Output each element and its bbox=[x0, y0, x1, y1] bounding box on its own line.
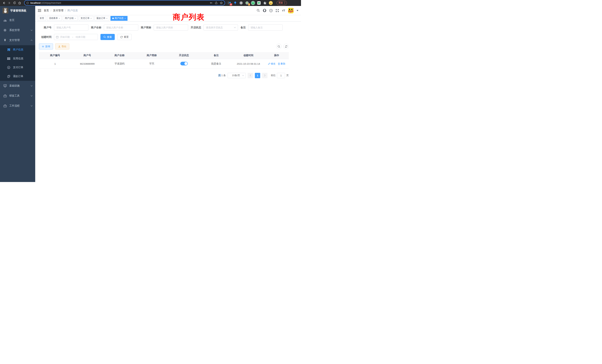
goto-page-input[interactable] bbox=[277, 73, 285, 78]
merchant-no-label: 商户号 bbox=[39, 26, 52, 29]
export-button[interactable]: 导出 bbox=[55, 43, 69, 50]
extension-recorder-icon[interactable]: 1 bbox=[245, 1, 249, 5]
profile-emoji-avatar[interactable] bbox=[269, 1, 273, 5]
merchant-no-input[interactable] bbox=[54, 24, 88, 31]
create-time-label: 创建时间 bbox=[39, 35, 52, 39]
extensions-puzzle-icon[interactable] bbox=[263, 1, 267, 5]
extension-command-icon[interactable]: ⌘ bbox=[239, 1, 243, 5]
breadcrumb-current: 商户信息 bbox=[67, 9, 78, 12]
sidebar-item-payment[interactable]: ¥ 支付管理 bbox=[0, 35, 35, 45]
browser-forward-button[interactable] bbox=[7, 0, 12, 6]
add-button-label: 新增 bbox=[45, 45, 50, 48]
col-full-name: 商户全称 bbox=[103, 52, 136, 59]
app-logo-row[interactable]: 芋道管理系统 bbox=[0, 6, 35, 15]
help-icon[interactable]: ? bbox=[269, 9, 273, 12]
home-icon bbox=[18, 1, 21, 4]
top-navbar: 首页 / 支付管理 / 商户信息 ? ᴛT bbox=[35, 6, 301, 15]
tab-label: 退款订单 bbox=[96, 17, 105, 20]
sidebar-item-label: 支付管理 bbox=[9, 39, 20, 42]
svg-text:?: ? bbox=[270, 10, 271, 12]
status-select[interactable]: 请选择开启状态 bbox=[204, 24, 238, 31]
tab-user-group[interactable]: 用户分组× bbox=[63, 16, 77, 21]
tab-refund-order[interactable]: 退款订单× bbox=[95, 16, 109, 21]
sidebar-item-app-info[interactable]: 应用信息 bbox=[0, 54, 35, 63]
sidebar-item-home[interactable]: 首页 bbox=[0, 15, 35, 25]
sidebar-item-merchant-info[interactable]: 商户信息 bbox=[0, 45, 35, 54]
refresh-table-button[interactable] bbox=[283, 44, 289, 49]
page-number-button[interactable]: 1 bbox=[255, 73, 260, 78]
next-page-button[interactable] bbox=[262, 73, 268, 78]
forward-arrow-icon bbox=[8, 1, 11, 4]
user-caret-down-icon[interactable] bbox=[297, 10, 298, 11]
search-button[interactable]: 搜索 bbox=[100, 34, 115, 40]
extension-kite-icon[interactable] bbox=[233, 1, 237, 5]
extension-badge: 10 bbox=[230, 3, 232, 5]
browser-update-button[interactable]: 更新 bbox=[277, 1, 287, 5]
tab-process-form[interactable]: 流程表单× bbox=[47, 16, 62, 21]
breadcrumb-section[interactable]: 支付管理 bbox=[53, 9, 63, 12]
sidebar-item-workflow[interactable]: 工作流程 bbox=[0, 101, 35, 111]
close-icon[interactable]: × bbox=[90, 17, 92, 20]
refresh-icon bbox=[285, 45, 288, 48]
sidebar-item-label: 研发工具 bbox=[9, 94, 20, 97]
edit-link[interactable]: 修改 bbox=[268, 62, 276, 65]
cell-remark: 我是备注 bbox=[200, 59, 232, 69]
tab-home[interactable]: 首页 bbox=[38, 16, 46, 21]
page-content: 商户号 商户全称 商户简称 开启状态 请选择开启状态 bbox=[35, 21, 301, 82]
sidebar-item-system[interactable]: 系统管理 bbox=[0, 25, 35, 35]
delete-link[interactable]: 删除 bbox=[278, 62, 285, 65]
font-size-icon[interactable]: ᴛT bbox=[282, 9, 285, 12]
address-bar[interactable]: localhost:1024/pay/merchant bbox=[24, 0, 225, 5]
browser-menu-icon[interactable] bbox=[284, 2, 285, 4]
sidebar-item-pay-order[interactable]: ¥ 支付订单 bbox=[0, 63, 35, 72]
close-icon[interactable]: × bbox=[125, 17, 126, 20]
full-name-input[interactable] bbox=[104, 24, 138, 31]
status-toggle[interactable] bbox=[180, 62, 188, 65]
close-icon[interactable]: × bbox=[59, 17, 60, 20]
close-icon[interactable]: × bbox=[106, 17, 107, 20]
breadcrumb-home[interactable]: 首页 bbox=[44, 9, 49, 12]
remark-input[interactable] bbox=[248, 24, 283, 31]
page-size-select[interactable]: 10条/页 bbox=[228, 73, 246, 78]
browser-back-button[interactable] bbox=[1, 0, 7, 6]
fullscreen-icon[interactable] bbox=[276, 9, 279, 12]
user-avatar[interactable] bbox=[288, 8, 294, 13]
toggle-search-button[interactable] bbox=[276, 44, 281, 49]
tab-merchant-info[interactable]: 商户信息× bbox=[110, 16, 128, 21]
sidebar-item-refund-order[interactable]: 退款订单 bbox=[0, 72, 35, 81]
rabbit-logo-icon bbox=[3, 8, 8, 13]
refresh-icon bbox=[120, 36, 123, 38]
bookmark-star-icon[interactable] bbox=[220, 1, 223, 4]
extension-chat-icon[interactable] bbox=[257, 1, 261, 5]
back-arrow-icon bbox=[3, 1, 6, 4]
sidebar-item-dev-tools[interactable]: 研发工具 bbox=[0, 91, 35, 101]
extension-blue-diamond-icon[interactable]: 10 bbox=[227, 1, 231, 5]
prev-page-button[interactable] bbox=[248, 73, 253, 78]
page-size-value: 10条/页 bbox=[230, 74, 242, 77]
date-start-placeholder: 开始日期 bbox=[60, 35, 70, 39]
header-search-icon[interactable] bbox=[257, 9, 260, 12]
share-icon[interactable] bbox=[215, 1, 218, 4]
short-name-input[interactable] bbox=[154, 24, 188, 31]
tab-label: 用户分组 bbox=[65, 17, 74, 20]
sidebar-item-infrastructure[interactable]: 基础设施 bbox=[0, 81, 35, 91]
tab-label: 支付订单 bbox=[81, 17, 89, 20]
date-range-picker[interactable]: 开始日期 - 结束日期 bbox=[54, 34, 98, 40]
browser-home-button[interactable] bbox=[17, 0, 22, 6]
trash-icon bbox=[278, 63, 280, 65]
svg-text:⌘: ⌘ bbox=[240, 2, 242, 4]
github-icon[interactable] bbox=[263, 9, 266, 12]
plus-icon bbox=[42, 45, 44, 48]
close-icon[interactable]: × bbox=[75, 17, 76, 20]
password-key-icon[interactable] bbox=[210, 1, 213, 4]
app-title: 芋道管理系统 bbox=[10, 9, 26, 12]
reset-button[interactable]: 重置 bbox=[117, 34, 132, 40]
extension-y-icon[interactable]: Y bbox=[251, 1, 255, 5]
chevron-right-icon bbox=[264, 74, 266, 76]
filter-row-1: 商户号 商户全称 商户简称 开启状态 请选择开启状态 bbox=[39, 24, 289, 31]
site-info-icon[interactable] bbox=[26, 2, 29, 4]
add-button[interactable]: 新增 bbox=[39, 43, 53, 50]
tab-pay-order[interactable]: 支付订单× bbox=[79, 16, 93, 21]
browser-reload-button[interactable] bbox=[12, 0, 17, 6]
sidebar-collapse-button[interactable] bbox=[38, 9, 41, 12]
